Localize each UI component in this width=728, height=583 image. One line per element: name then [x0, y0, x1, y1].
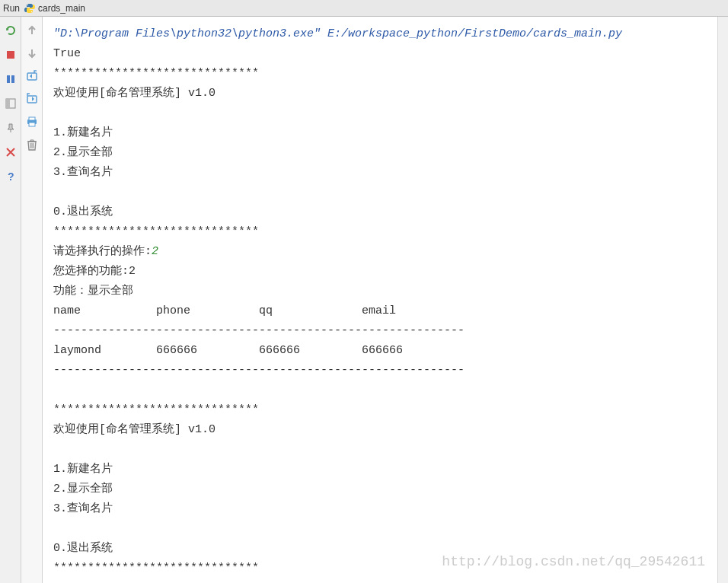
print-icon[interactable]: [24, 114, 40, 129]
svg-rect-4: [11, 75, 14, 83]
main-area: ? "D:\Program Files\python32\python3.exe…: [0, 17, 728, 583]
output-line: True: [53, 47, 81, 60]
output-line: name phone qq email: [53, 304, 396, 317]
output-line: 欢迎使用[命名管理系统] v1.0: [53, 87, 216, 100]
step-down-icon[interactable]: [24, 46, 40, 61]
output-line: 功能：显示全部: [53, 285, 133, 298]
output-line: 3.查询名片: [53, 166, 113, 179]
output-line: ******************************: [53, 562, 259, 575]
output-line: 您选择的功能:2: [53, 265, 136, 278]
script-name: cards_main: [38, 3, 85, 14]
output-line: 3.查询名片: [53, 502, 113, 515]
help-button[interactable]: ?: [3, 169, 18, 184]
output-line: ----------------------------------------…: [53, 324, 465, 337]
output-line: 1.新建名片: [53, 126, 113, 139]
toolbar-left: ?: [0, 17, 21, 583]
close-button[interactable]: [3, 145, 18, 160]
output-line: ******************************: [53, 403, 259, 416]
svg-rect-2: [7, 51, 14, 59]
python-icon: [24, 3, 35, 14]
output-line: 1.新建名片: [53, 463, 113, 476]
layout-button[interactable]: [3, 96, 18, 111]
svg-rect-6: [6, 99, 10, 108]
command-line: "D:\Program Files\python32\python3.exe" …: [53, 27, 622, 40]
output-line: 请选择执行的操作:: [53, 245, 152, 258]
svg-point-1: [31, 11, 32, 11]
svg-rect-12: [29, 123, 35, 126]
restore-icon[interactable]: [24, 68, 40, 84]
pause-button[interactable]: [3, 72, 18, 87]
rerun-button[interactable]: [3, 23, 18, 38]
run-label: Run: [3, 3, 20, 14]
output-line: 0.退出系统: [53, 205, 113, 218]
svg-point-0: [27, 4, 28, 5]
export-icon[interactable]: [24, 91, 40, 107]
output-line: 欢迎使用[命名管理系统] v1.0: [53, 423, 216, 436]
titlebar: Run cards_main: [0, 0, 728, 17]
console-output: "D:\Program Files\python32\python3.exe" …: [43, 17, 728, 583]
svg-rect-11: [29, 117, 35, 120]
svg-text:?: ?: [8, 171, 14, 182]
trash-icon[interactable]: [24, 137, 40, 152]
output-line: 2.显示全部: [53, 483, 113, 495]
output-line: ----------------------------------------…: [53, 364, 465, 377]
output-line: 2.显示全部: [53, 146, 113, 159]
scrollbar[interactable]: [717, 17, 728, 583]
output-line: ******************************: [53, 225, 259, 238]
step-up-icon[interactable]: [24, 23, 40, 38]
svg-rect-3: [7, 75, 10, 83]
stop-button[interactable]: [3, 47, 18, 62]
toolbar-right: [21, 17, 43, 583]
output-line: 0.退出系统: [53, 542, 113, 555]
user-input: 2: [152, 245, 158, 258]
output-line: laymond 666666 666666 666666: [53, 344, 403, 357]
pin-button[interactable]: [3, 120, 18, 135]
output-line: ******************************: [53, 67, 259, 80]
